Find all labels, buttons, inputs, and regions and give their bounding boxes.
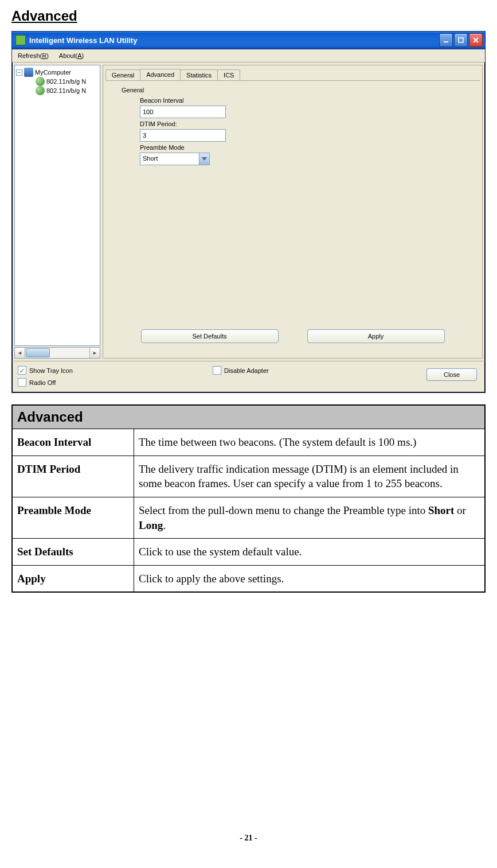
tree-item-label: 802.11n/b/g N xyxy=(46,78,86,85)
tab-panel-advanced: General Beacon Interval DTIM Period: Pre… xyxy=(105,80,480,356)
row-key: Apply xyxy=(12,565,134,592)
tree-pane: − MyComputer 802.11n/b/g N 802.11n/b/g N… xyxy=(14,65,100,359)
row-desc: The time between two beacons. (The syste… xyxy=(134,429,486,456)
table-row: Preamble Mode Select from the pull-down … xyxy=(12,497,485,538)
titlebar[interactable]: Intelligent Wireless LAN Utility xyxy=(12,32,485,49)
minimize-button[interactable] xyxy=(439,33,453,47)
window-title: Intelligent Wireless LAN Utility xyxy=(29,36,137,45)
tabs: General Advanced Statistics ICS xyxy=(103,65,482,80)
preamble-mode-select[interactable]: Short xyxy=(140,153,210,165)
tree-item[interactable]: 802.11n/b/g N xyxy=(16,77,99,86)
svg-rect-0 xyxy=(444,41,448,42)
wifi-icon xyxy=(36,86,45,95)
table-row: DTIM Period The delivery traffic indicat… xyxy=(12,456,485,497)
scroll-left-icon[interactable]: ◄ xyxy=(15,348,25,358)
dtim-period-input[interactable] xyxy=(140,129,226,142)
apply-button[interactable]: Apply xyxy=(307,329,445,343)
page-number: - 21 - xyxy=(11,834,486,843)
checkbox-icon xyxy=(18,378,26,387)
beacon-interval-label: Beacon Interval xyxy=(140,97,469,104)
show-tray-label: Show Tray Icon xyxy=(29,367,73,374)
computer-icon xyxy=(24,68,33,77)
row-desc: Click to use the system default value. xyxy=(134,539,486,566)
set-defaults-button[interactable]: Set Defaults xyxy=(141,329,279,343)
tab-general[interactable]: General xyxy=(105,69,140,81)
chevron-down-icon[interactable] xyxy=(199,153,209,165)
bottom-bar: Show Tray Icon Radio Off Disable Adapter… xyxy=(12,361,485,392)
menu-about[interactable]: About(A) xyxy=(57,51,86,60)
tree-root-label: MyComputer xyxy=(35,69,71,76)
svg-marker-4 xyxy=(202,157,207,161)
row-key: Set Defaults xyxy=(12,539,134,566)
table-row: Set Defaults Click to use the system def… xyxy=(12,539,485,566)
table-row: Beacon Interval The time between two bea… xyxy=(12,429,485,456)
tab-advanced[interactable]: Advanced xyxy=(140,69,181,80)
preamble-mode-value: Short xyxy=(140,153,199,165)
table-row: Apply Click to apply the above settings. xyxy=(12,565,485,592)
advanced-table: Advanced Beacon Interval The time betwee… xyxy=(11,404,486,593)
disable-adapter-checkbox[interactable]: Disable Adapter xyxy=(213,366,269,375)
tab-statistics[interactable]: Statistics xyxy=(180,69,218,81)
tree-root[interactable]: − MyComputer xyxy=(16,68,99,77)
page-heading: Advanced xyxy=(11,8,486,24)
main-panel: General Advanced Statistics ICS General … xyxy=(103,65,483,359)
disable-adapter-label: Disable Adapter xyxy=(224,367,269,374)
tab-ics[interactable]: ICS xyxy=(217,69,240,81)
close-button[interactable] xyxy=(469,33,483,47)
table-header: Advanced xyxy=(12,405,485,429)
tree-h-scrollbar[interactable]: ◄ ► xyxy=(14,347,100,359)
row-desc: Click to apply the above settings. xyxy=(134,565,486,592)
row-key: DTIM Period xyxy=(12,456,134,497)
collapse-icon[interactable]: − xyxy=(16,69,22,76)
row-key: Beacon Interval xyxy=(12,429,134,456)
tree-item[interactable]: 802.11n/b/g N xyxy=(16,86,99,95)
radio-off-label: Radio Off xyxy=(29,379,56,386)
group-general-label: General xyxy=(122,87,469,94)
row-key: Preamble Mode xyxy=(12,497,134,538)
row-desc: The delivery traffic indication message … xyxy=(134,456,486,497)
device-tree[interactable]: − MyComputer 802.11n/b/g N 802.11n/b/g N xyxy=(14,65,100,346)
scroll-right-icon[interactable]: ► xyxy=(89,348,100,358)
wifi-icon xyxy=(36,77,45,86)
maximize-button[interactable] xyxy=(454,33,468,47)
checkbox-icon xyxy=(18,366,26,375)
app-window: Intelligent Wireless LAN Utility Refresh… xyxy=(11,31,486,393)
radio-off-checkbox[interactable]: Radio Off xyxy=(18,378,73,387)
beacon-interval-input[interactable] xyxy=(140,106,226,118)
scroll-thumb[interactable] xyxy=(26,348,50,357)
row-desc: Select from the pull-down menu to change… xyxy=(134,497,486,538)
close-app-button[interactable]: Close xyxy=(426,368,477,381)
checkbox-icon xyxy=(213,366,221,375)
preamble-mode-label: Preamble Mode xyxy=(140,144,469,151)
menubar: Refresh(R) About(A) xyxy=(12,49,485,63)
menu-refresh[interactable]: Refresh(R) xyxy=(15,51,51,60)
dtim-period-label: DTIM Period: xyxy=(140,120,469,127)
svg-rect-1 xyxy=(459,38,463,42)
tree-item-label: 802.11n/b/g N xyxy=(46,87,86,94)
app-icon xyxy=(15,35,26,45)
show-tray-checkbox[interactable]: Show Tray Icon xyxy=(18,366,73,375)
